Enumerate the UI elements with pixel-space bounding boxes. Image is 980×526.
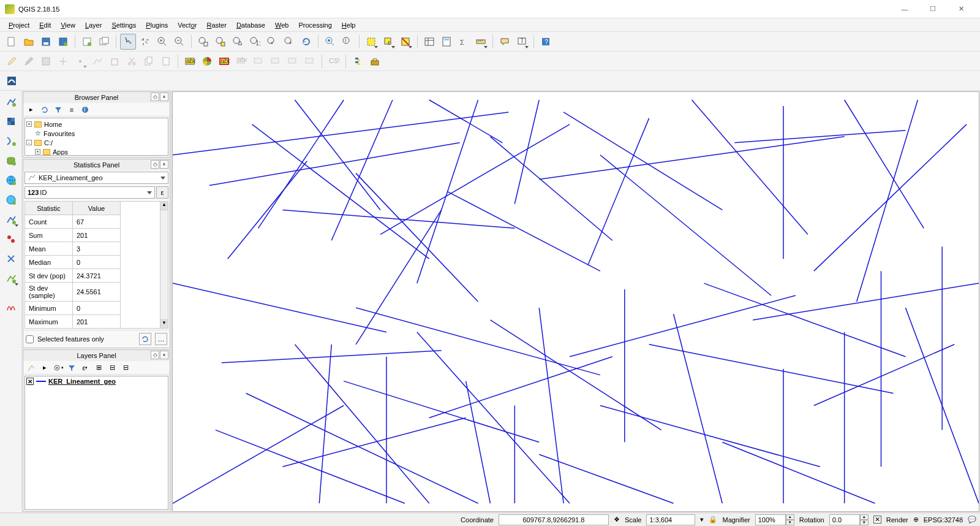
edit-button[interactable] xyxy=(21,53,37,69)
menu-settings[interactable]: Settings xyxy=(107,20,141,30)
menu-database[interactable]: Database xyxy=(232,20,270,30)
expand-all-icon[interactable]: ⊞ xyxy=(93,362,104,373)
stats-row[interactable]: Maximum201 xyxy=(25,315,121,329)
deselect-button[interactable] xyxy=(398,34,413,50)
text-annotation-button[interactable]: T xyxy=(514,34,530,50)
identify-features-button[interactable]: i xyxy=(339,34,355,50)
extents-icon[interactable]: ❖ xyxy=(614,516,620,524)
zoom-next-button[interactable] xyxy=(281,34,297,50)
stats-scrollbar[interactable]: ▲▼ xyxy=(160,201,168,329)
layers-tree[interactable]: ✕ KER_Lineament_geo xyxy=(24,376,168,510)
grass-button[interactable] xyxy=(2,298,20,315)
zoom-to-layer-button[interactable] xyxy=(230,34,246,50)
magnifier-field[interactable]: 100% xyxy=(755,514,786,525)
coord-field[interactable]: 609767.8,9266291.8 xyxy=(499,514,609,525)
new-shapefile-button[interactable] xyxy=(2,270,20,287)
save-project-button[interactable] xyxy=(38,34,54,50)
delete-selected-button[interactable] xyxy=(107,53,123,69)
move-feature-button[interactable] xyxy=(72,53,88,69)
menu-plugins[interactable]: Plugins xyxy=(141,20,173,30)
menu-help[interactable]: Help xyxy=(337,20,361,30)
expression-filter-icon[interactable]: ε▾ xyxy=(80,362,91,373)
add-wcs-button[interactable] xyxy=(2,191,20,208)
lock-icon[interactable]: 🔒 xyxy=(709,516,717,524)
toggle-editing-button[interactable] xyxy=(4,53,20,69)
expand-icon[interactable]: + xyxy=(26,121,32,127)
browser-tree[interactable]: +Home ☆Favourites -C:/ +Apps +Dell xyxy=(24,118,168,156)
close-panel-icon[interactable]: × xyxy=(160,93,168,101)
close-button[interactable]: ✕ xyxy=(947,0,975,18)
properties-icon[interactable]: i xyxy=(80,104,91,115)
zoom-full-button[interactable] xyxy=(195,34,211,50)
map-canvas[interactable] xyxy=(172,91,979,512)
highlight-label-button[interactable]: abc xyxy=(216,53,232,69)
tree-favourites[interactable]: Favourites xyxy=(43,130,75,137)
collapse-icon[interactable]: - xyxy=(26,140,32,145)
expand-icon[interactable]: + xyxy=(35,149,40,154)
stats-panel-header[interactable]: Statistics Panel ◇× xyxy=(23,159,170,170)
zoom-last-button[interactable] xyxy=(264,34,280,50)
refresh-button[interactable] xyxy=(298,34,314,50)
stats-row[interactable]: Median0 xyxy=(25,256,121,269)
layer-checkbox[interactable]: ✕ xyxy=(26,378,34,385)
open-project-button[interactable] xyxy=(21,34,37,50)
add-layer-icon[interactable]: ▸ xyxy=(26,104,37,115)
show-label-button[interactable] xyxy=(251,53,266,69)
add-spatialite-button[interactable] xyxy=(2,152,20,169)
pin-label-button[interactable]: abc xyxy=(233,53,249,69)
statistics-button[interactable]: Σ xyxy=(456,34,472,50)
zoom-to-selection-button[interactable] xyxy=(213,34,228,50)
add-postgis-button[interactable] xyxy=(2,231,20,248)
move-label-button[interactable] xyxy=(268,53,284,69)
select-button[interactable] xyxy=(363,34,379,50)
menu-vector[interactable]: Vector xyxy=(173,20,202,30)
epsg-label[interactable]: EPSG:32748 xyxy=(924,516,963,524)
zoom-out-button[interactable] xyxy=(172,34,187,50)
diagram-button[interactable] xyxy=(199,53,215,69)
render-checkbox[interactable]: ✕ xyxy=(873,516,881,524)
help-button[interactable]: ? xyxy=(538,34,554,50)
selected-only-checkbox[interactable] xyxy=(26,335,34,343)
menu-raster[interactable]: Raster xyxy=(202,20,231,30)
node-tool-button[interactable] xyxy=(89,53,105,69)
add-wms-button[interactable] xyxy=(2,172,20,189)
abc-label-button[interactable]: abc xyxy=(182,53,198,69)
print-composer-button[interactable] xyxy=(79,34,95,50)
rotation-field[interactable]: 0.0 xyxy=(829,514,860,525)
plugin-button[interactable] xyxy=(4,73,20,89)
browser-panel-header[interactable]: Browser Panel ◇× xyxy=(23,92,170,103)
layer-item[interactable]: ✕ KER_Lineament_geo xyxy=(26,378,167,385)
paste-button[interactable] xyxy=(158,53,174,69)
pan-to-selection-button[interactable] xyxy=(137,34,153,50)
change-label-button[interactable] xyxy=(302,53,318,69)
maximize-button[interactable]: ☐ xyxy=(919,0,947,18)
stats-row[interactable]: Sum201 xyxy=(25,229,121,242)
stats-row[interactable]: St dev (sample)24.5561 xyxy=(25,283,121,302)
zoom-in-button[interactable] xyxy=(154,34,170,50)
remove-layer-icon[interactable]: ⊟ xyxy=(120,362,131,373)
menu-view[interactable]: View xyxy=(56,20,80,30)
stats-layer-combo[interactable]: KER_Lineament_geo xyxy=(24,172,168,184)
stats-row[interactable]: Minimum0 xyxy=(25,302,121,315)
add-mssql-button[interactable] xyxy=(2,250,20,267)
add-group-icon[interactable]: ▸ xyxy=(39,362,50,373)
processing-toolbox-button[interactable] xyxy=(367,53,383,69)
spin-down[interactable]: ▼ xyxy=(860,520,869,525)
refresh-icon[interactable] xyxy=(39,104,50,115)
stats-header-val[interactable]: Value xyxy=(73,202,121,215)
add-delimited-button[interactable] xyxy=(2,132,20,150)
stats-row[interactable]: Count67 xyxy=(25,215,121,229)
menu-processing[interactable]: Processing xyxy=(293,20,336,30)
close-panel-icon[interactable]: × xyxy=(160,160,168,169)
menu-web[interactable]: Web xyxy=(270,20,293,30)
new-project-button[interactable] xyxy=(4,34,20,50)
expression-button[interactable]: ε xyxy=(156,186,168,199)
menu-layer[interactable]: Layer xyxy=(80,20,107,30)
filter-layers-icon[interactable] xyxy=(66,362,77,373)
save-as-button[interactable] xyxy=(55,34,71,50)
open-attribute-table-button[interactable] xyxy=(421,34,437,50)
tree-drive[interactable]: C:/ xyxy=(44,139,53,147)
undock-icon[interactable]: ◇ xyxy=(151,93,159,101)
messages-icon[interactable]: 💬 xyxy=(968,516,976,524)
save-edits-button[interactable] xyxy=(38,53,54,69)
